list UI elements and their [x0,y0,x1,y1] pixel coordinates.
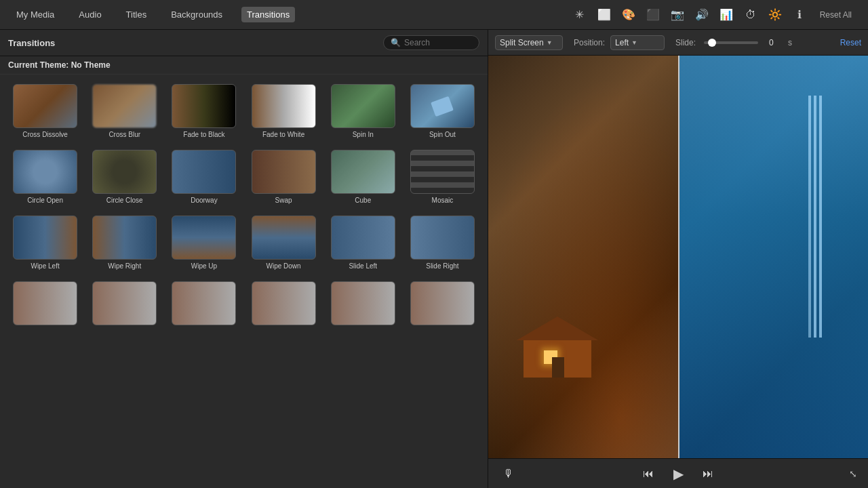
chart-icon[interactable]: 📊 [717,5,736,24]
transition-item-fade-to-black[interactable]: Fade to Black [167,81,241,142]
skip-back-button[interactable]: ⏮ [639,464,658,483]
filter-icon[interactable]: 🔆 [766,5,785,24]
transition-thumb-fade-to-black [172,84,236,128]
transition-item-swap[interactable]: Swap [246,147,320,207]
search-icon: 🔍 [391,38,401,47]
transition-thumb-cross-blur [92,84,157,128]
nav-audio[interactable]: Audio [73,7,106,22]
transition-thumb-fade-to-white [252,84,316,128]
transition-item-slide-left[interactable]: Slide Left [326,213,400,273]
transition-label-mosaic: Mosaic [432,197,454,205]
transition-item-circle-open[interactable]: Circle Open [8,147,82,207]
transition-item-slide-right[interactable]: Slide Right [406,213,479,273]
transition-item-wipe-left[interactable]: Wipe Left [8,213,82,273]
transition-item-circle-close[interactable]: Circle Close [87,147,161,207]
transition-thumb-circle-open [13,150,77,194]
transitions-grid: Cross DissolveCross BlurFade to BlackFad… [8,81,479,331]
transition-item-fade-to-white[interactable]: Fade to White [246,81,320,142]
magic-wand-icon[interactable]: ✳ [570,5,589,24]
panel-title: Transitions [8,38,55,48]
transition-label-fade-to-black: Fade to Black [183,131,224,139]
transitions-grid-container[interactable]: Cross DissolveCross BlurFade to BlackFad… [0,75,488,488]
play-button[interactable]: ▶ [669,464,688,483]
transition-item-wipe-right[interactable]: Wipe Right [87,213,161,273]
transition-item-row4-1[interactable] [8,279,82,331]
transition-label-wipe-up: Wipe Up [191,262,217,270]
transition-label-wipe-right: Wipe Right [108,262,141,270]
frame-icon[interactable]: ⬛ [644,5,663,24]
transition-item-row4-2[interactable] [87,279,161,331]
search-input[interactable] [404,38,472,47]
slide-unit: s [788,38,792,47]
position-label: Position: [574,38,605,47]
transition-thumb-wipe-up [172,216,236,260]
reset-all-button[interactable]: Reset All [814,7,857,22]
transition-thumb-wipe-right [92,216,157,260]
main-layout: Transitions 🔍 Current Theme: No Theme Cr… [0,30,868,488]
transition-item-wipe-up[interactable]: Wipe Up [167,213,241,273]
transition-thumb-slide-left [331,216,395,260]
transition-thumb-mosaic [410,150,475,194]
transition-thumb-row4-3 [172,281,236,325]
effect-dropdown[interactable]: Split Screen ▼ [495,35,563,50]
position-dropdown[interactable]: Left ▼ [610,35,665,50]
nav-backgrounds[interactable]: Backgrounds [165,7,228,22]
camera-icon[interactable]: 📷 [668,5,687,24]
transition-thumb-doorway [172,150,236,194]
fullscreen-button[interactable]: ⤡ [849,468,857,479]
reset-button[interactable]: Reset [840,38,861,47]
transition-item-cross-dissolve[interactable]: Cross Dissolve [8,81,82,142]
transition-thumb-cube [331,150,395,194]
transition-label-circle-close: Circle Close [106,197,143,205]
skip-forward-button[interactable]: ⏭ [698,464,717,483]
transition-thumb-row4-1 [13,281,77,325]
preview-right [678,56,868,458]
transition-thumb-circle-close [92,150,157,194]
transition-item-doorway[interactable]: Doorway [167,147,241,207]
info-icon[interactable]: ℹ [790,5,809,24]
house-door [552,357,564,378]
slide-track[interactable] [704,41,758,44]
transition-thumb-cross-dissolve [13,84,77,128]
transition-item-wipe-down[interactable]: Wipe Down [246,213,320,273]
speed-icon[interactable]: ⏱ [741,5,760,24]
transition-thumb-row4-4 [252,281,316,325]
transition-thumb-swap [252,150,316,194]
search-box[interactable]: 🔍 [383,35,479,50]
slide-thumb[interactable] [708,39,716,47]
transition-item-spin-in[interactable]: Spin In [326,81,400,142]
nav-titles[interactable]: Titles [121,7,153,22]
audio-icon[interactable]: 🔊 [692,5,711,24]
crop-icon[interactable]: ⬜ [595,5,614,24]
mic-button[interactable]: 🎙 [499,464,518,483]
transition-item-cube[interactable]: Cube [326,147,400,207]
transition-label-wipe-down: Wipe Down [267,262,301,270]
transition-thumb-spin-in [331,84,395,128]
panel-header: Transitions 🔍 [0,30,488,56]
transition-thumb-row4-2 [92,281,157,325]
toolbar-nav: My Media Audio Titles Backgrounds Transi… [11,7,295,22]
transition-item-row4-3[interactable] [167,279,241,331]
slide-label: Slide: [675,38,696,47]
playback-controls: 🎙 ⏮ ▶ ⏭ ⤡ [488,458,868,488]
transition-item-row4-6[interactable] [406,279,479,331]
transition-thumb-spin-out [410,84,475,128]
transition-label-wipe-left: Wipe Left [31,262,59,270]
transition-label-circle-open: Circle Open [27,197,63,205]
transition-item-cross-blur[interactable]: Cross Blur [87,81,161,142]
transition-thumb-row4-6 [410,281,475,325]
chevron-down-icon: ▼ [547,39,553,46]
position-chevron-icon: ▼ [631,39,637,46]
house-roof [517,317,598,340]
top-toolbar: My Media Audio Titles Backgrounds Transi… [0,0,868,30]
color-wheel-icon[interactable]: 🎨 [619,5,638,24]
transition-item-row4-5[interactable] [326,279,400,331]
transition-item-row4-4[interactable] [246,279,320,331]
nav-transitions[interactable]: Transitions [241,7,295,22]
transition-item-spin-out[interactable]: Spin Out [406,81,479,142]
transition-thumb-slide-right [410,216,475,260]
toolbar-icons: ✳ ⬜ 🎨 ⬛ 📷 🔊 📊 ⏱ 🔆 ℹ Reset All [570,5,857,24]
nav-my-media[interactable]: My Media [11,7,60,22]
transition-label-cross-dissolve: Cross Dissolve [22,131,68,139]
transition-item-mosaic[interactable]: Mosaic [406,147,479,207]
